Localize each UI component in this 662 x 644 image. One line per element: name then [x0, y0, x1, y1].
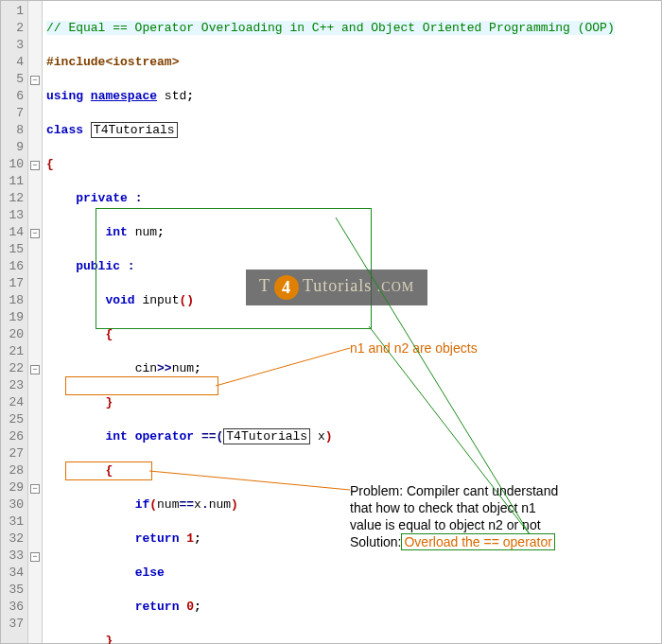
punc: ; — [194, 600, 201, 614]
ident: x — [318, 429, 325, 444]
kw: return — [135, 600, 180, 614]
fold-toggle[interactable]: − — [30, 552, 40, 562]
fold-toggle[interactable]: − — [30, 229, 40, 238]
ident: num — [172, 361, 194, 375]
punc: : — [128, 259, 135, 273]
brace: { — [105, 327, 113, 341]
kw: int — [105, 429, 127, 444]
fold-toggle[interactable]: − — [30, 365, 40, 374]
kw: class — [46, 123, 83, 137]
preprocessor: #include — [46, 55, 105, 69]
paren: ( — [149, 497, 157, 512]
fold-toggle[interactable]: − — [30, 484, 40, 494]
ident: x — [194, 497, 201, 512]
fold-toggle[interactable]: − — [30, 76, 40, 85]
fold-column: −−−−−− — [28, 1, 43, 643]
kw: void — [105, 293, 134, 307]
kw: return — [135, 531, 180, 546]
op: ==( — [201, 429, 223, 444]
brace: { — [46, 157, 54, 171]
brace: } — [105, 395, 113, 409]
brace: } — [105, 634, 113, 644]
ident: std — [165, 89, 186, 103]
ident: num — [157, 497, 179, 512]
param-type-box: T4Tutorials — [223, 428, 310, 444]
code-editor: 1234567891011121314151617181920212223242… — [0, 0, 662, 644]
op: . — [201, 497, 209, 512]
punc: : — [135, 191, 143, 205]
ident: num — [209, 497, 231, 512]
comment-line: // Equal == Operator Overloading in C++ … — [46, 21, 615, 35]
kw: private — [76, 191, 128, 205]
class-name-box: T4Tutorials — [91, 122, 178, 138]
kw: operator — [135, 429, 194, 444]
include-header: <iostream> — [105, 55, 179, 69]
kw: namespace — [91, 89, 157, 103]
paren: () — [179, 293, 194, 307]
line-number-gutter: 1234567891011121314151617181920212223242… — [1, 1, 28, 643]
kw: int — [105, 225, 127, 239]
paren: ) — [325, 429, 333, 444]
punc: ; — [157, 225, 165, 239]
fold-toggle[interactable]: − — [30, 161, 40, 170]
ident: input — [142, 293, 179, 307]
ident: cin — [135, 361, 157, 375]
punc: ; — [194, 531, 201, 546]
kw: using — [46, 89, 83, 103]
kw: public — [76, 259, 120, 273]
op: == — [179, 497, 194, 512]
num: 1 — [186, 531, 194, 546]
punc: ; — [194, 361, 201, 375]
code-area: // Equal == Operator Overloading in C++ … — [43, 1, 661, 643]
objects-decl-box — [65, 376, 218, 395]
paren: ) — [231, 497, 238, 512]
kw: else — [135, 566, 165, 580]
brace: { — [105, 463, 113, 478]
punc: ; — [186, 89, 194, 103]
num: 0 — [186, 600, 194, 614]
op: >> — [157, 361, 172, 375]
kw: if — [135, 497, 150, 512]
ident: num — [135, 225, 157, 239]
